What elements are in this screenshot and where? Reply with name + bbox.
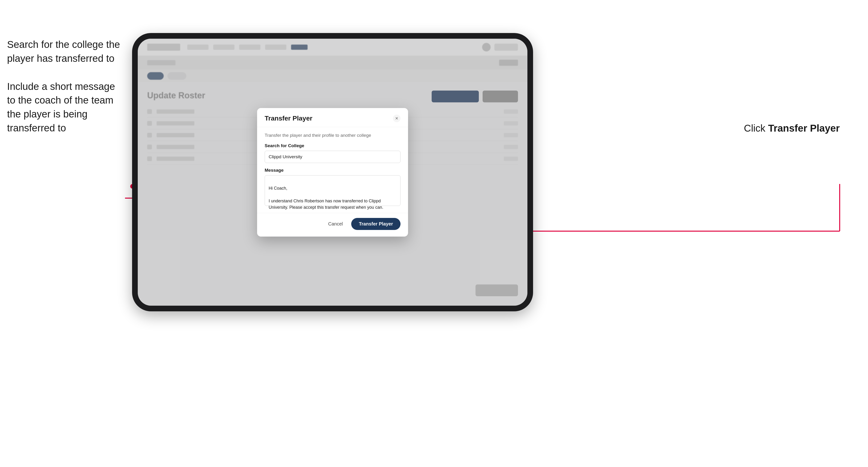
modal-footer: Cancel Transfer Player [257,213,408,237]
tablet-frame: Update Roster [132,33,533,311]
cancel-button[interactable]: Cancel [323,219,347,229]
message-label: Message [265,168,401,173]
search-input[interactable]: Clippd University [265,151,401,163]
message-value: Hi Coach, I understand Chris Robertson h… [269,186,383,210]
transfer-player-button[interactable]: Transfer Player [351,218,401,230]
transfer-player-modal: Transfer Player × Transfer the player an… [257,108,408,237]
search-label: Search for College [265,143,401,148]
annotation-text-bottom: Include a short message to the coach of … [7,80,125,135]
search-input-value: Clippd University [269,154,302,159]
modal-description: Transfer the player and their profile to… [265,133,401,138]
tablet-screen: Update Roster [138,39,527,306]
modal-header: Transfer Player × [257,108,408,127]
annotation-right-bold: Transfer Player [768,123,840,134]
message-textarea[interactable]: Hi Coach, I understand Chris Robertson h… [265,175,401,206]
annotation-right-text: Click [744,123,768,134]
annotation-text-top: Search for the college the player has tr… [7,38,125,66]
close-button[interactable]: × [393,115,401,122]
annotation-left: Search for the college the player has tr… [7,38,125,149]
modal-title: Transfer Player [265,115,312,122]
modal-overlay: Transfer Player × Transfer the player an… [138,39,527,306]
annotation-right: Click Transfer Player [744,123,840,134]
modal-body: Transfer the player and their profile to… [257,127,408,213]
